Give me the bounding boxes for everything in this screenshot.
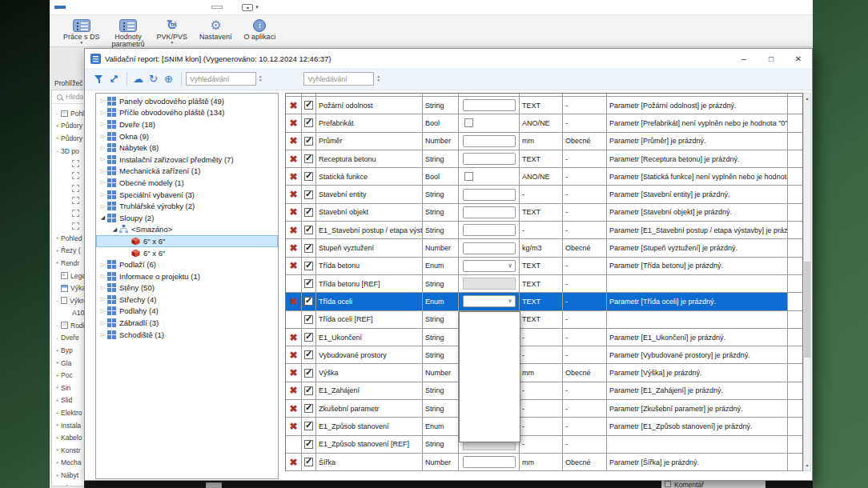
ribbon-button[interactable]: ⚙ Nastavení ▼ — [195, 17, 236, 46]
scrollbar-thumb[interactable] — [804, 262, 810, 358]
maximize-button[interactable]: □ — [757, 49, 785, 68]
expand-marker-icon[interactable]: + — [54, 122, 61, 130]
table-row[interactable]: ✖ Zkušební parametr String - - Parametr … — [286, 400, 802, 418]
row-checkbox[interactable] — [304, 137, 313, 146]
menu-item-architektura[interactable] — [66, 6, 77, 9]
dropdown-option[interactable] — [460, 366, 520, 378]
category-tree-item[interactable]: 6" x 6" — [96, 235, 278, 247]
row-checkbox[interactable] — [304, 172, 313, 181]
expand-marker-icon[interactable]: - — [54, 110, 61, 117]
category-tree-item[interactable]: ▷ Schodiště (1) — [96, 329, 278, 341]
row-checkbox[interactable] — [304, 297, 313, 306]
expander-icon[interactable]: ▷ — [98, 168, 107, 174]
expand-marker-icon[interactable]: + — [54, 359, 61, 366]
menu-item-analyzovat[interactable] — [144, 6, 155, 9]
value-text-input[interactable] — [463, 206, 516, 218]
minimize-button[interactable]: – — [730, 49, 757, 68]
expand-marker-icon[interactable]: + — [54, 434, 61, 442]
category-tree-item[interactable]: 6" x 6" — [96, 247, 278, 259]
table-row[interactable]: Třída betonu [REF] String TEXT - — [286, 275, 802, 293]
value-text-input[interactable] — [463, 99, 516, 111]
table-row[interactable]: ✖ Prefabrikát Bool ANO/NE - Parametr [Pr… — [286, 114, 802, 132]
table-row[interactable]: ✖ E1_Zahájení String - - Parametr [E1_Za… — [286, 382, 802, 400]
dropdown-option[interactable] — [460, 388, 520, 399]
close-button[interactable]: ✕ — [785, 49, 812, 68]
row-checkbox[interactable] — [304, 279, 313, 288]
scroll-up-icon[interactable]: ▲ — [804, 94, 810, 103]
expander-icon[interactable]: ▷ — [98, 121, 107, 127]
category-tree-item[interactable]: ▷ Střechy (4) — [96, 294, 278, 306]
value-enum-combobox[interactable] — [463, 295, 516, 307]
comment-checkbox[interactable] — [665, 481, 671, 487]
dropdown-option[interactable] — [460, 334, 520, 345]
table-row[interactable]: ✖ Výška Number mm Obecné Parametr [Výška… — [286, 364, 802, 382]
row-checkbox[interactable] — [304, 369, 313, 378]
expander-icon[interactable]: ◢ — [111, 226, 119, 233]
row-checkbox[interactable] — [304, 226, 313, 234]
expander-icon[interactable]: ▷ — [98, 308, 107, 314]
window-switch-icon[interactable]: ▼ — [242, 4, 259, 11]
expander-icon[interactable]: ▷ — [98, 273, 107, 279]
expand-marker-icon[interactable]: + — [54, 372, 61, 379]
ribbon-button[interactable]: i O aplikaci ▼ — [240, 17, 280, 46]
menu-item-soubor[interactable] — [54, 6, 66, 9]
table-row[interactable]: ✖ E1_Způsob stanovení Enum - - Parametr … — [286, 418, 802, 435]
table-row[interactable]: ✖ Receptura betonu String TEXT - Paramet… — [286, 150, 802, 168]
category-tree-item[interactable]: ▷ Stěny (50) — [96, 282, 278, 294]
dropdown-option[interactable] — [460, 312, 520, 323]
table-row[interactable]: ✖ Třída oceli Enum TEXT - Parametr [Tříd… — [286, 293, 802, 310]
dropdown-option[interactable] — [460, 420, 520, 431]
category-tree-item[interactable]: ▷ Nábytek (8) — [96, 142, 278, 154]
menu-item-spolupracovat[interactable] — [167, 6, 178, 9]
refresh-icon[interactable]: ↻ — [147, 72, 160, 86]
category-tree-item[interactable]: ▷ Informace o projektu (1) — [96, 270, 278, 282]
table-search-input[interactable]: Vyhledávání — [303, 72, 374, 86]
dialog-titlebar[interactable]: Validační report: [SNIM klon] (Vygenerov… — [85, 49, 812, 68]
dropdown-option[interactable] — [460, 345, 520, 356]
cloud-icon[interactable]: ☁ — [131, 72, 145, 86]
expander-icon[interactable]: ▷ — [98, 203, 107, 210]
expander-icon[interactable]: ▷ — [98, 145, 107, 151]
expander-icon[interactable]: ▷ — [98, 133, 107, 139]
tree-search-input[interactable]: Vyhledávání — [186, 72, 256, 86]
row-checkbox[interactable] — [304, 190, 313, 199]
value-text-input[interactable] — [463, 135, 516, 147]
row-checkbox[interactable] — [304, 244, 313, 253]
expand-marker-icon[interactable]: + — [54, 472, 61, 479]
expander-icon[interactable]: ▷ — [98, 179, 107, 186]
category-tree-item[interactable]: ▷ Podlaží (6) — [96, 258, 278, 270]
category-tree-item[interactable]: ▷ Příčle obvodového pláště (134) — [96, 107, 278, 119]
category-tree-item[interactable]: ◢ <Smazáno> — [96, 224, 278, 236]
category-tree-item[interactable]: ▷ Okna (9) — [96, 130, 278, 142]
row-checkbox[interactable] — [304, 333, 313, 342]
expander-icon[interactable]: ▷ — [98, 156, 107, 162]
row-checkbox[interactable] — [304, 101, 313, 110]
table-row[interactable]: ✖ Požární odolnost String TEXT - Paramet… — [286, 97, 802, 114]
table-row[interactable]: ✖ Statická funkce Bool ANO/NE - Parametr… — [286, 168, 802, 186]
category-tree-item[interactable]: ▷ Mechanická zařízení (1) — [96, 166, 278, 178]
expander-icon[interactable]: ▷ — [98, 331, 107, 338]
category-tree-item[interactable]: ▷ Obecné modely (1) — [96, 177, 278, 189]
target-icon[interactable]: ⊕ — [162, 72, 175, 86]
dropdown-option[interactable] — [460, 431, 520, 442]
expand-marker-icon[interactable]: + — [54, 459, 61, 466]
expand-marker-icon[interactable]: - — [54, 147, 61, 154]
menu-item-pohled[interactable] — [178, 6, 189, 9]
dropdown-option[interactable] — [460, 355, 520, 366]
menu-item-prefabrik-t[interactable] — [99, 6, 111, 9]
expand-marker-icon[interactable]: - — [54, 334, 61, 342]
dropdown-option[interactable] — [460, 398, 520, 410]
menu-item-spr-va[interactable] — [189, 6, 200, 9]
category-tree-item[interactable]: ▷ Zábradlí (3) — [96, 317, 278, 329]
row-checkbox[interactable] — [304, 440, 313, 449]
row-checkbox[interactable] — [304, 458, 313, 466]
row-checkbox[interactable] — [304, 386, 313, 395]
value-checkbox[interactable] — [464, 172, 473, 181]
category-tree-item[interactable]: ▷ Panely obvodového pláště (49) — [96, 95, 278, 107]
row-checkbox[interactable] — [304, 350, 313, 359]
expand-marker-icon[interactable]: + — [54, 259, 61, 266]
table-row[interactable]: ✖ Třída betonu Enum TEXT - Parametr [Tří… — [286, 258, 802, 275]
row-checkbox[interactable] — [304, 262, 313, 270]
table-row[interactable]: ✖ Stavební entity String - - Parametr [S… — [286, 186, 802, 203]
row-checkbox[interactable] — [304, 422, 313, 430]
